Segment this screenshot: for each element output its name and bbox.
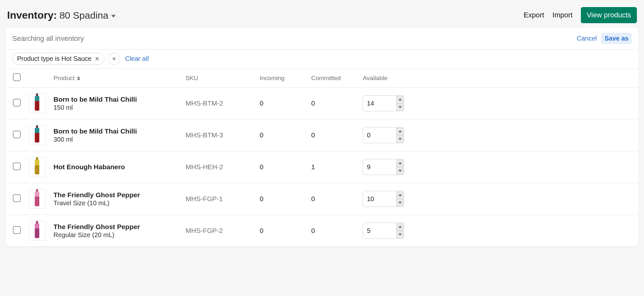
table-row[interactable]: The Friendly Ghost Pepper Regular Size (…: [6, 215, 638, 247]
available-input[interactable]: [363, 223, 396, 238]
product-thumbnail: [28, 93, 46, 113]
product-thumbnail: [28, 221, 46, 241]
inventory-card: Searching all inventory Cancel Save as P…: [6, 28, 638, 246]
product-name: Born to be Mild Thai Chilli: [53, 96, 178, 103]
location-select[interactable]: 80 Spadina: [60, 10, 116, 21]
available-input[interactable]: [363, 159, 396, 175]
column-incoming[interactable]: Incoming: [256, 69, 307, 88]
stepper-up-button[interactable]: [397, 223, 404, 231]
location-label: 80 Spadina: [60, 10, 109, 21]
product-committed: 0: [307, 119, 359, 151]
product-variant: Regular Size (20 mL): [53, 231, 178, 239]
row-checkbox[interactable]: [13, 226, 21, 234]
stepper-down-button[interactable]: [397, 199, 404, 207]
product-thumbnail: [28, 157, 46, 177]
product-name: The Friendly Ghost Pepper: [53, 191, 178, 199]
available-stepper[interactable]: [363, 223, 404, 239]
page-title: Inventory:: [7, 9, 57, 21]
available-stepper[interactable]: [363, 191, 404, 207]
stepper-down-button[interactable]: [397, 167, 404, 175]
product-incoming: 0: [256, 215, 307, 247]
product-incoming: 0: [256, 151, 307, 183]
product-variant: 150 ml: [53, 104, 178, 111]
product-sku: MHS-BTM-3: [182, 119, 256, 151]
chevron-down-icon: [399, 106, 402, 108]
available-stepper[interactable]: [363, 159, 404, 175]
chevron-up-icon: [399, 130, 402, 132]
product-sku: MHS-BTM-2: [182, 88, 256, 119]
product-name: Hot Enough Habanero: [53, 163, 178, 171]
export-button[interactable]: Export: [524, 11, 544, 19]
filter-bar: Product type is Hot Sauce ✕ + Clear all: [6, 50, 638, 69]
product-committed: 1: [307, 151, 359, 183]
available-stepper[interactable]: [363, 95, 404, 111]
chevron-up-icon: [399, 226, 402, 228]
stepper-down-button[interactable]: [397, 104, 404, 111]
product-incoming: 0: [256, 119, 307, 151]
search-summary: Searching all inventory: [12, 34, 84, 43]
cancel-button[interactable]: Cancel: [577, 35, 597, 42]
inventory-table: Product SKU Incoming Committed Available…: [6, 69, 638, 246]
product-name: The Friendly Ghost Pepper: [53, 223, 178, 231]
stepper-down-button[interactable]: [397, 231, 404, 239]
chevron-up-icon: [399, 162, 402, 164]
column-available[interactable]: Available: [359, 69, 638, 88]
chevron-down-icon: [399, 234, 402, 236]
product-sku: MHS-HEH-2: [182, 151, 256, 183]
chevron-up-icon: [399, 194, 402, 196]
column-committed[interactable]: Committed: [307, 69, 359, 88]
row-checkbox[interactable]: [13, 131, 21, 138]
page-header: Inventory: 80 Spadina Export Import View…: [6, 4, 638, 28]
bottle-icon: [35, 223, 39, 238]
import-button[interactable]: Import: [553, 11, 572, 19]
available-input[interactable]: [363, 191, 396, 207]
stepper-up-button[interactable]: [397, 127, 404, 135]
row-checkbox[interactable]: [13, 162, 21, 170]
stepper-down-button[interactable]: [397, 135, 404, 143]
view-products-button[interactable]: View products: [581, 7, 637, 23]
row-checkbox[interactable]: [13, 99, 21, 106]
product-name: Born to be Mild Thai Chilli: [53, 127, 178, 135]
save-as-button[interactable]: Save as: [601, 33, 632, 44]
product-thumbnail: [28, 125, 46, 145]
stepper-up-button[interactable]: [397, 96, 404, 104]
chevron-down-icon: [399, 170, 402, 172]
product-sku: MHS-FGP-2: [182, 215, 256, 247]
available-input[interactable]: [363, 96, 396, 111]
select-all-checkbox[interactable]: [13, 73, 21, 81]
product-incoming: 0: [256, 183, 307, 215]
chevron-down-icon: [399, 138, 402, 140]
chevron-down-icon: [399, 202, 402, 204]
product-committed: 0: [307, 215, 359, 247]
product-sku: MHS-FGP-1: [182, 183, 256, 215]
filter-chip-label: Product type is Hot Sauce: [17, 55, 91, 62]
available-input[interactable]: [363, 127, 396, 143]
stepper-up-button[interactable]: [397, 191, 404, 199]
column-product[interactable]: Product: [53, 75, 80, 82]
product-variant: Travel Size (10 mL): [53, 199, 178, 207]
product-committed: 0: [307, 88, 359, 119]
column-sku[interactable]: SKU: [182, 69, 256, 88]
table-row[interactable]: The Friendly Ghost Pepper Travel Size (1…: [6, 183, 638, 215]
add-filter-button[interactable]: +: [108, 53, 120, 65]
sort-icon: [77, 77, 80, 80]
filter-chip[interactable]: Product type is Hot Sauce ✕: [12, 53, 104, 65]
table-row[interactable]: Born to be Mild Thai Chilli 150 ml MHS-B…: [6, 88, 638, 119]
bottle-icon: [35, 191, 39, 206]
column-product-label: Product: [53, 75, 74, 82]
remove-filter-icon[interactable]: ✕: [95, 55, 100, 62]
clear-all-button[interactable]: Clear all: [125, 55, 149, 62]
bottle-icon: [35, 96, 39, 111]
product-thumbnail: [28, 189, 46, 209]
available-stepper[interactable]: [363, 127, 404, 143]
product-variant: 300 ml: [53, 136, 178, 143]
table-row[interactable]: Born to be Mild Thai Chilli 300 ml MHS-B…: [6, 119, 638, 151]
table-row[interactable]: Hot Enough Habanero MHS-HEH-2 0 1: [6, 151, 638, 183]
stepper-up-button[interactable]: [397, 159, 404, 167]
bottle-icon: [35, 160, 39, 174]
product-committed: 0: [307, 183, 359, 215]
product-incoming: 0: [256, 88, 307, 119]
caret-down-icon: [111, 15, 116, 18]
row-checkbox[interactable]: [13, 194, 21, 202]
bottle-icon: [35, 128, 39, 143]
